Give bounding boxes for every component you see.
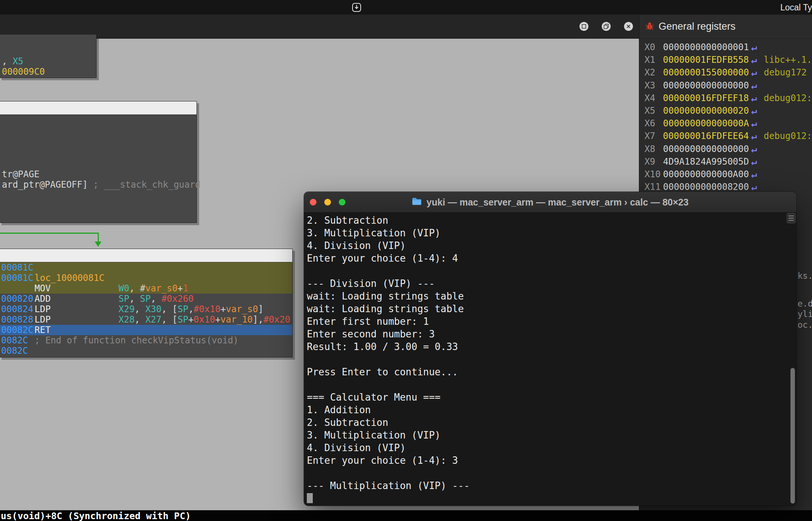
graph-node-bottom[interactable]: 00081C00081Cloc_10000081CMOVW0, #var_s0+… bbox=[0, 249, 293, 357]
register-row[interactable]: X7000000016FDFEE64↵debug012: bbox=[639, 130, 812, 142]
enter-arrow-icon[interactable]: ↵ bbox=[751, 118, 762, 129]
asm-token-comment: ; End of function checkVipStatus(void) bbox=[35, 335, 238, 346]
asm-row[interactable]: 00081Cloc_10000081C bbox=[0, 273, 292, 283]
terminal-line: Enter your choice (1-4): 3 bbox=[307, 454, 796, 467]
bug-icon bbox=[645, 22, 654, 32]
asm-row[interactable]: 0082C bbox=[0, 346, 292, 356]
register-name: X11 bbox=[644, 182, 663, 192]
register-row[interactable]: X30000000000000000↵ bbox=[639, 79, 812, 92]
asm-row[interactable]: MOVW0, #var_s0+1 bbox=[0, 283, 292, 294]
flow-edge-vertical bbox=[98, 233, 99, 242]
asm-row[interactable]: 00082CRET bbox=[0, 325, 292, 335]
asm-token-reg: SP bbox=[118, 294, 129, 304]
asm-token-reg: X30 bbox=[145, 304, 161, 314]
register-value: 0000000000000001 bbox=[663, 42, 749, 52]
terminal-title: yuki — mac_server_arm — mac_server_arm ›… bbox=[352, 192, 748, 213]
register-name: X9 bbox=[644, 156, 663, 167]
asm-token-punct: + bbox=[188, 314, 194, 325]
register-name: X6 bbox=[644, 118, 663, 129]
asm-token-punct: tr@PAGE bbox=[2, 169, 39, 179]
register-row[interactable]: X6000000000000000A↵ bbox=[639, 117, 812, 130]
enter-arrow-icon[interactable]: ↵ bbox=[751, 67, 762, 78]
register-row[interactable]: X100000001FEDFB558↵libc++.1. bbox=[639, 54, 812, 66]
enter-arrow-icon[interactable]: ↵ bbox=[751, 181, 762, 192]
register-row[interactable]: X50000000000000020↵ bbox=[639, 104, 812, 117]
asm-token-num: 0x10 bbox=[194, 314, 215, 325]
enter-arrow-icon[interactable]: ↵ bbox=[751, 130, 762, 142]
registers-panel-header: General registers bbox=[639, 15, 812, 39]
terminal-line: Enter second number: 3 bbox=[307, 328, 796, 340]
close-traffic-light[interactable] bbox=[310, 199, 316, 206]
asm-token-punct: ], bbox=[253, 314, 263, 325]
asm-token-punct: , bbox=[2, 56, 13, 67]
enter-arrow-icon[interactable]: ↵ bbox=[751, 42, 762, 53]
menubar-status-icon[interactable] bbox=[351, 2, 362, 13]
enter-arrow-icon[interactable]: ↵ bbox=[751, 169, 762, 180]
register-value: 0000000000008200 bbox=[663, 182, 749, 192]
terminal-content[interactable]: 2. Subtraction3. Multiplication (VIP)4. … bbox=[304, 213, 796, 506]
register-annotation: debug172 bbox=[764, 67, 807, 78]
terminal-titlebar[interactable]: yuki — mac_server_arm — mac_server_arm ›… bbox=[304, 192, 796, 213]
minimize-traffic-light[interactable] bbox=[324, 199, 331, 206]
terminal-line: Press Enter to continue... bbox=[307, 366, 796, 378]
asm-token-reg: SP bbox=[178, 314, 188, 325]
asm-token-var: var_s0 bbox=[145, 283, 178, 294]
ida-status-bar: us(void)+8C (Synchronized with PC) bbox=[0, 510, 812, 521]
asm-token-mn: LDP bbox=[35, 314, 118, 325]
enter-arrow-icon[interactable]: ↵ bbox=[751, 156, 762, 167]
register-row[interactable]: X4000000016FDFEF18↵debug012: bbox=[639, 92, 812, 104]
graph-node-titlebar[interactable] bbox=[0, 101, 196, 115]
register-annotation: libc++.1. bbox=[764, 55, 812, 65]
asm-token-var: var_10 bbox=[221, 314, 253, 325]
asm-address: 000820 bbox=[1, 294, 35, 304]
asm-token-var: var_268 bbox=[56, 77, 93, 78]
window-maximize-button[interactable] bbox=[579, 22, 589, 31]
register-row[interactable]: X20000000155000000↵debug172 bbox=[639, 66, 812, 79]
asm-row[interactable]: 00081C bbox=[0, 262, 292, 273]
folder-icon bbox=[412, 197, 422, 208]
graph-node-middle[interactable]: tr@PAGEard_ptr@PAGEOFF] ; ___stack_chk_g… bbox=[0, 101, 197, 223]
terminal-window[interactable]: yuki — mac_server_arm — mac_server_arm ›… bbox=[304, 192, 796, 506]
register-row[interactable]: X100000000000000A00↵ bbox=[639, 168, 812, 181]
asm-row[interactable]: 0082C; End of function checkVipStatus(vo… bbox=[0, 335, 292, 346]
asm-line: tr@PAGE bbox=[2, 169, 201, 179]
asm-row[interactable]: 000820ADDSP, SP, #0x260 bbox=[0, 294, 292, 304]
asm-token-comment: ; ___stack_chk_guard bbox=[93, 179, 201, 190]
asm-row[interactable]: 000824LDPX29, X30, [SP,#0x10+var_s0] bbox=[0, 304, 292, 314]
zoom-traffic-light[interactable] bbox=[339, 199, 345, 206]
graph-node-titlebar[interactable] bbox=[0, 249, 292, 262]
enter-arrow-icon[interactable]: ↵ bbox=[751, 143, 762, 155]
asm-token-punct: , bbox=[13, 77, 18, 78]
terminal-line: 1. Addition bbox=[307, 404, 796, 416]
graph-node-top[interactable]: , X5000009C0SP,#0x270+var_268]000007F4 bbox=[0, 34, 97, 78]
terminal-scrollbar[interactable] bbox=[790, 368, 795, 504]
local-types-tab-label[interactable]: Local Ty bbox=[780, 3, 812, 13]
enter-arrow-icon[interactable]: ↵ bbox=[751, 105, 762, 116]
asm-row[interactable]: 000828LDPX28, X27, [SP+0x10+var_10],#0x2… bbox=[0, 314, 292, 325]
enter-arrow-icon[interactable]: ↵ bbox=[751, 80, 762, 91]
enter-arrow-icon[interactable]: ↵ bbox=[751, 54, 762, 65]
registers-panel-title: General registers bbox=[659, 21, 735, 32]
asm-token-num: 1 bbox=[183, 283, 188, 294]
register-row[interactable]: X94D9A1824A995005D↵ bbox=[639, 155, 812, 168]
register-row[interactable]: X80000000000000000↵ bbox=[639, 143, 812, 155]
terminal-line: Enter first number: 1 bbox=[307, 315, 796, 328]
register-name: X3 bbox=[644, 80, 663, 91]
window-close-button[interactable] bbox=[624, 22, 633, 31]
asm-token-reg: SP bbox=[178, 304, 188, 314]
asm-token-reg: SP bbox=[2, 77, 13, 78]
asm-token-yaddr: 000009C0 bbox=[2, 67, 45, 77]
terminal-line: 3. Multiplication (VIP) bbox=[307, 227, 796, 239]
register-value: 000000016FDFEF18 bbox=[663, 93, 749, 103]
asm-token-punct: ] bbox=[258, 304, 263, 314]
terminal-line bbox=[307, 378, 796, 391]
window-restore-button[interactable] bbox=[601, 22, 611, 31]
register-value: 0000000000000020 bbox=[663, 106, 749, 116]
terminal-line bbox=[307, 467, 796, 479]
asm-token-num: #0x260 bbox=[162, 294, 194, 304]
terminal-menu-icon[interactable] bbox=[787, 213, 796, 223]
register-row[interactable]: X00000000000000001↵ bbox=[639, 41, 812, 54]
asm-token-punct: + bbox=[221, 304, 226, 314]
enter-arrow-icon[interactable]: ↵ bbox=[751, 93, 762, 104]
asm-token-num: #0x20 bbox=[263, 314, 290, 325]
